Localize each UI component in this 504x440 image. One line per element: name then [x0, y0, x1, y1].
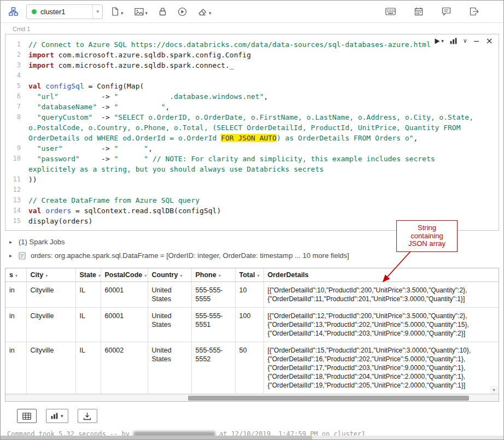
column-header-orderdetails[interactable]: OrderDetails	[263, 268, 499, 282]
cell-address: in	[5, 282, 26, 308]
chevron-down-icon: ▾	[441, 38, 444, 44]
cell-address: in	[5, 308, 26, 342]
comments-button[interactable]	[439, 5, 454, 17]
cell-country: United States	[148, 282, 191, 308]
cell-state: IL	[75, 342, 101, 394]
expand-triangle-icon[interactable]: ▸	[9, 253, 14, 259]
column-header-state[interactable]: State▾	[75, 268, 101, 282]
sort-dropdown-icon[interactable]: ▾	[15, 273, 17, 278]
notebook-toolbar: cluster1 ▾ ▾ ▾ ▾	[1, 1, 503, 23]
export-button[interactable]	[467, 5, 482, 17]
cluster-selector[interactable]: cluster1 ▾	[26, 4, 103, 19]
sort-dropdown-icon[interactable]: ▾	[219, 273, 221, 278]
sort-dropdown-icon[interactable]: ▾	[180, 273, 182, 278]
download-result-button[interactable]	[78, 409, 97, 423]
cell-postalcode: 60001	[101, 308, 148, 342]
clear-menu-button[interactable]: ▾	[195, 5, 214, 17]
cell-total: 10	[235, 282, 263, 308]
chevron-down-icon: ▾	[145, 10, 148, 16]
cell-address: in	[5, 342, 26, 394]
chevron-down-icon: ▾	[209, 10, 212, 16]
cell-state: IL	[75, 282, 101, 308]
code-editor[interactable]: 1// Connect to Azure SQL https://docs.da…	[5, 34, 499, 230]
table-horizontal-scrollbar[interactable]	[5, 394, 499, 401]
cell-total: 50	[235, 342, 263, 394]
close-cell-button[interactable]: ×	[486, 37, 493, 45]
cell-phone: 555-555-5551	[191, 308, 235, 342]
dataframe-schema-label: orders: org.apache.spark.sql.DataFrame =…	[31, 251, 349, 260]
cell-orderdetails: [{"OrderDetailId":12,"ProductId":200,"Un…	[263, 308, 499, 342]
table-row: in Cityville IL 60002 United States 555-…	[5, 342, 499, 394]
cell-orderdetails: [{"OrderDetailId":10,"ProductId":200,"Un…	[263, 282, 499, 308]
scrollbar-thumb[interactable]	[188, 396, 469, 401]
cell-postalcode: 60001	[101, 282, 148, 308]
sort-dropdown-icon[interactable]: ▾	[144, 273, 146, 278]
cell-orderdetails: [{"OrderDetailId":15,"ProductId":201,"Un…	[263, 342, 499, 394]
cell-city: Cityville	[26, 282, 75, 308]
cell-state: IL	[75, 308, 101, 342]
notebook-window: cluster1 ▾ ▾ ▾ ▾	[0, 0, 504, 440]
scrollbar-thumb[interactable]	[1, 436, 312, 439]
cell-chart-button[interactable]	[450, 38, 457, 44]
permissions-lock-button[interactable]	[156, 5, 169, 17]
code-lines: 1// Connect to Azure SQL https://docs.da…	[5, 39, 499, 226]
cell-total: 100	[235, 308, 263, 342]
results-table-container: s▾ City▾ State▾ PostalCode▾ Country▾ Pho…	[5, 268, 499, 402]
clusters-icon[interactable]	[6, 5, 21, 17]
collapse-cell-button[interactable]: ∨	[463, 37, 467, 45]
view-menu-button[interactable]: ▾	[132, 6, 151, 17]
table-view-button[interactable]	[17, 409, 37, 423]
cell-phone: 555-555-5552	[191, 342, 235, 394]
annotation-callout: String containing JSON array	[396, 220, 458, 252]
column-header-phone[interactable]: Phone▾	[191, 268, 235, 282]
cell-toolbar: ▾ ∨ − ×	[435, 37, 493, 45]
cluster-name: cluster1	[40, 8, 92, 16]
notebook-result-icon	[19, 252, 26, 260]
cell-country: United States	[148, 342, 191, 394]
toolbar-right-group	[383, 5, 482, 17]
run-all-button[interactable]	[175, 5, 190, 18]
cell-country: United States	[148, 308, 191, 342]
cluster-status-dot	[32, 9, 37, 14]
code-cell: ▾ ∨ − × 1// Connect to Azure SQL https:/…	[5, 34, 499, 231]
sort-dropdown-icon[interactable]: ▾	[45, 273, 48, 278]
cell-city: Cityville	[26, 308, 75, 342]
column-header-country[interactable]: Country▾	[148, 268, 191, 282]
cell-city: Cityville	[26, 342, 75, 394]
results-table: s▾ City▾ State▾ PostalCode▾ Country▾ Pho…	[5, 268, 499, 394]
cell-postalcode: 60002	[101, 342, 148, 394]
table-vertical-scroll-down-button[interactable]: ▾	[490, 386, 498, 394]
keyboard-shortcuts-button[interactable]	[383, 6, 398, 17]
plot-options-button[interactable]: ▾	[46, 409, 68, 423]
column-header-address[interactable]: s▾	[5, 268, 26, 282]
column-header-total[interactable]: Total▾	[235, 268, 263, 282]
result-view-controls: ▾	[17, 409, 503, 423]
sort-dropdown-icon[interactable]: ▾	[98, 273, 101, 278]
table-row: in Cityville IL 60001 United States 555-…	[5, 282, 499, 308]
column-header-postalcode[interactable]: PostalCode▾	[101, 268, 148, 282]
file-menu-button[interactable]: ▾	[108, 5, 126, 17]
run-cell-button[interactable]: ▾	[435, 38, 444, 44]
cell-phone: 555-555-5555	[191, 282, 235, 308]
page-horizontal-scrollbar[interactable]	[1, 436, 503, 439]
sort-dropdown-icon[interactable]: ▾	[257, 273, 259, 278]
chevron-down-icon: ▾	[121, 10, 124, 16]
schedule-button[interactable]	[412, 5, 426, 17]
cmd-label: Cmd 1	[1, 23, 503, 34]
chevron-down-icon: ▾	[61, 413, 63, 419]
table-header-row: s▾ City▾ State▾ PostalCode▾ Country▾ Pho…	[5, 268, 499, 282]
column-header-city[interactable]: City▾	[26, 268, 75, 282]
chevron-down-icon[interactable]: ▾	[93, 9, 102, 14]
table-row: in Cityville IL 60001 United States 555-…	[5, 308, 499, 342]
minimize-cell-button[interactable]: −	[473, 37, 480, 45]
expand-triangle-icon[interactable]: ▸	[9, 239, 14, 245]
spark-jobs-label: (1) Spark Jobs	[19, 238, 65, 246]
